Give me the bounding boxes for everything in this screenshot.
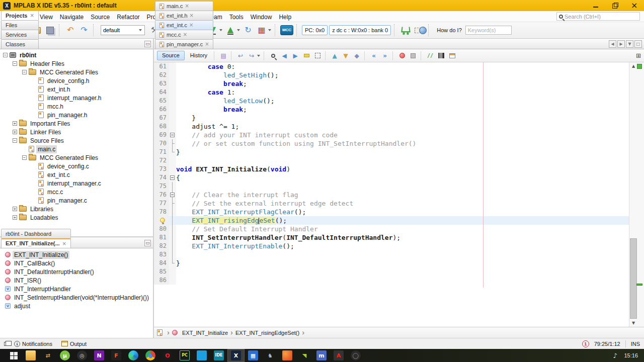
tree-item-important-files[interactable]: +Important Files bbox=[0, 119, 153, 128]
code-line-70[interactable]: 70 // or set custom function using INT_S… bbox=[154, 139, 644, 148]
start-macro-icon[interactable] bbox=[397, 51, 407, 60]
notifications-icon[interactable]: i bbox=[14, 341, 20, 347]
code-line-83[interactable]: 83 bbox=[154, 250, 644, 259]
tree-item-header-files[interactable]: −Header Files bbox=[0, 59, 153, 68]
undo-icon[interactable]: ↶ bbox=[64, 24, 76, 36]
source-view-button[interactable]: Source bbox=[157, 51, 185, 60]
navigator-item-int-callback[interactable]: INT_CallBack() bbox=[0, 259, 153, 267]
code-line-68[interactable]: 68 adjust ^= 1; bbox=[154, 122, 644, 131]
tab-close-icon[interactable]: × bbox=[185, 4, 189, 9]
code-line-66[interactable]: 66 break; bbox=[154, 105, 644, 114]
panel-tab-ext-int-initialize-...[interactable]: EXT_INT_Initialize(...× bbox=[1, 238, 71, 248]
tab-close-icon[interactable]: × bbox=[205, 42, 209, 47]
taskbar-clock[interactable]: 15:16 bbox=[624, 352, 638, 358]
scroll-down-icon[interactable]: ▼ bbox=[630, 320, 637, 326]
code-line-61[interactable]: 61 case 0: bbox=[154, 62, 644, 71]
tree-item-mcc.h[interactable]: mcc.h bbox=[0, 102, 153, 111]
find-previous-icon[interactable]: ◀ bbox=[280, 51, 289, 60]
select-in-place-icon[interactable] bbox=[313, 51, 322, 60]
tree-item-interrupt-manager.h[interactable]: interrupt_manager.h bbox=[0, 94, 153, 102]
breadcrumb-item-ext-int-risingedgeset[interactable]: EXT_INT_risingEdgeSet() bbox=[235, 330, 299, 336]
navigator-item-int-defaultinterrupthandler[interactable]: INT_DefaultInterruptHandler() bbox=[0, 267, 153, 276]
navigator-item-int-interrupthandler[interactable]: VINT_InterruptHandler bbox=[0, 285, 153, 293]
edge-icon[interactable] bbox=[125, 349, 142, 362]
find-selection-icon[interactable] bbox=[269, 51, 278, 60]
panel-tab-services[interactable]: Services bbox=[1, 30, 39, 39]
stop-macro-icon[interactable] bbox=[409, 51, 418, 60]
acrobat-icon[interactable]: A bbox=[330, 349, 347, 362]
fold-column[interactable] bbox=[169, 173, 176, 182]
device-globe-icon[interactable] bbox=[413, 24, 425, 36]
menu-view[interactable]: View bbox=[36, 12, 56, 22]
keyword-input[interactable] bbox=[465, 26, 512, 35]
expand-icon[interactable]: + bbox=[13, 121, 17, 126]
code-line-82[interactable]: 82 EXT_INT_InterruptEnable(); bbox=[154, 242, 644, 250]
code-line-78[interactable]: 78 EXT_INT_InterruptFlagClear(); bbox=[154, 208, 644, 216]
chrome-icon[interactable]: ● bbox=[142, 349, 159, 362]
tree-item-pin-manager.c[interactable]: pin_manager.c bbox=[0, 196, 153, 205]
editor-tab-main.c[interactable]: main.c× bbox=[155, 1, 213, 11]
toggle-bookmark-icon[interactable]: ◆ bbox=[352, 51, 361, 60]
save-all-icon[interactable] bbox=[44, 24, 56, 36]
tree-item-device-config.c[interactable]: device_config.c bbox=[0, 162, 153, 170]
code-metrics-icon[interactable] bbox=[437, 51, 446, 60]
code-line-77[interactable]: 77 // Set the external interrupt edge de… bbox=[154, 199, 644, 208]
window-group-icon[interactable] bbox=[4, 342, 9, 346]
forward-dropdown[interactable] bbox=[257, 55, 260, 57]
navigator-item-int-isr[interactable]: INT_ISR() bbox=[0, 276, 153, 285]
shift-left-icon[interactable]: « bbox=[369, 51, 378, 60]
fold-column[interactable] bbox=[169, 191, 176, 199]
code-editor[interactable]: 61 case 0:62 led_SetHigh();63 break;64 c… bbox=[154, 62, 644, 327]
tree-item-mcc-generated-files[interactable]: −MCC Generated Files bbox=[0, 68, 153, 76]
editor-tab-ext-int.c[interactable]: ext_int.c× bbox=[155, 20, 213, 30]
output-icon[interactable] bbox=[61, 341, 68, 346]
tree-item-loadables[interactable]: +Loadables bbox=[0, 213, 153, 222]
notification-count-badge[interactable]: 1 bbox=[582, 340, 589, 347]
scroll-up-icon[interactable]: ▲ bbox=[630, 63, 637, 69]
code-line-64[interactable]: 64 case 1: bbox=[154, 88, 644, 97]
configuration-select[interactable]: default bbox=[101, 25, 145, 35]
program-device-dropdown[interactable] bbox=[219, 29, 222, 31]
scrollbar-thumb[interactable] bbox=[630, 238, 637, 319]
tab-close-icon[interactable]: × bbox=[30, 13, 34, 18]
tab-close-icon[interactable]: × bbox=[183, 32, 187, 37]
menu-source[interactable]: Source bbox=[87, 12, 113, 22]
panel-tab-rb0int-dashboard[interactable]: rb0int - Dashboard bbox=[1, 229, 71, 238]
maximize-editor-icon[interactable]: □ bbox=[634, 40, 642, 48]
code-line-73[interactable]: 73void EXT_INT_Initialize(void) bbox=[154, 165, 644, 173]
code-line-69[interactable]: 69 // add your INT interrupt custom code bbox=[154, 131, 644, 139]
notifications-label[interactable]: Notifications bbox=[22, 341, 52, 347]
tab-close-icon[interactable]: × bbox=[190, 13, 194, 18]
green-bird-icon[interactable]: ◥ bbox=[296, 349, 313, 362]
tree-item-mcc.c[interactable]: mcc.c bbox=[0, 188, 153, 196]
menu-refactor[interactable]: Refactor bbox=[113, 12, 143, 22]
mcc-icon[interactable]: MCC bbox=[280, 25, 293, 35]
m-app-icon[interactable]: m bbox=[313, 349, 330, 362]
comment-icon[interactable]: // bbox=[426, 51, 435, 60]
blue-tiles-icon[interactable]: ▦ bbox=[245, 349, 262, 362]
breadcrumb-item-ext-int-initialize[interactable]: EXT_INT_Initialize bbox=[182, 330, 228, 336]
last-edit-icon[interactable]: ▤ bbox=[219, 51, 228, 60]
collapse-icon[interactable]: − bbox=[13, 138, 17, 143]
menu-navigate[interactable]: Navigate bbox=[56, 12, 87, 22]
code-line-80[interactable]: 80 // Set Default Interrupt Handler bbox=[154, 225, 644, 233]
code-line-63[interactable]: 63 break; bbox=[154, 79, 644, 88]
mplab-x-icon[interactable]: X bbox=[227, 349, 245, 362]
tree-item-source-files[interactable]: −Source Files bbox=[0, 136, 153, 145]
matlab-icon[interactable] bbox=[279, 349, 296, 362]
shift-right-icon[interactable]: » bbox=[380, 51, 389, 60]
tab-list-dropdown-icon[interactable]: ▼ bbox=[626, 40, 633, 48]
debug-tool-dropdown[interactable] bbox=[268, 29, 271, 31]
previous-bookmark-icon[interactable]: ▲ bbox=[330, 51, 339, 60]
read-device-dropdown[interactable] bbox=[237, 29, 240, 31]
tree-item-rb0int[interactable]: −rb0int bbox=[0, 51, 153, 59]
code-line-75[interactable]: 75 bbox=[154, 182, 644, 191]
forward-icon[interactable]: ↪ bbox=[247, 51, 256, 60]
editor-tab-ext-int.h[interactable]: ext_int.h× bbox=[155, 11, 213, 20]
split-icon[interactable]: ⊞ bbox=[636, 53, 641, 59]
code-line-76[interactable]: 76 // Clear the interrupt flag bbox=[154, 191, 644, 199]
expand-icon[interactable]: + bbox=[13, 130, 17, 134]
scroll-tabs-left-icon[interactable]: ◀ bbox=[609, 40, 616, 48]
code-line-81[interactable]: 81 INT_SetInterruptHandler(INT_DefaultIn… bbox=[154, 233, 644, 242]
tree-item-interrupt-manager.c[interactable]: interrupt_manager.c bbox=[0, 179, 153, 188]
